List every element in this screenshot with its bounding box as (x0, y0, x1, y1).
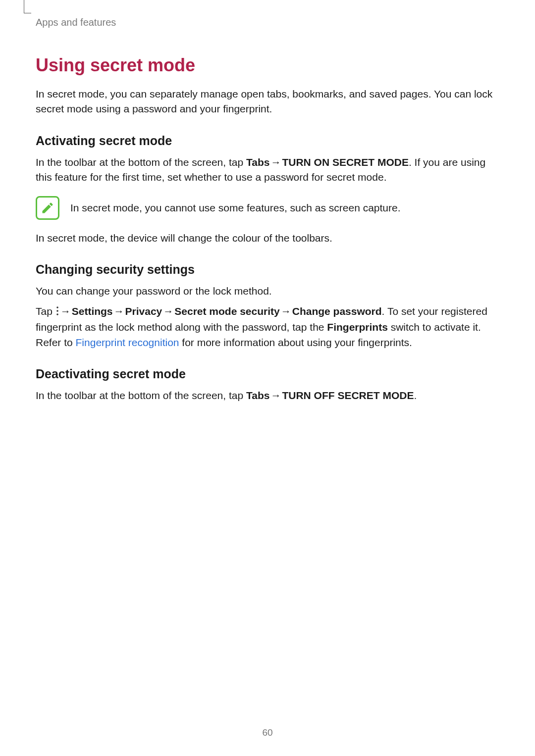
label-turn-off-secret-mode: TURN OFF SECRET MODE (282, 390, 414, 401)
pencil-icon (41, 201, 54, 215)
svg-point-0 (56, 306, 58, 308)
label-turn-on-secret-mode: TURN ON SECRET MODE (282, 156, 409, 168)
text: Tap (36, 305, 55, 317)
more-options-icon (55, 305, 59, 320)
label-privacy: Privacy (125, 305, 162, 317)
activating-paragraph-2: In secret mode, the device will change t… (36, 231, 499, 246)
activating-paragraph-1: In the toolbar at the bottom of the scre… (36, 155, 499, 185)
page: Apps and features Using secret mode In s… (0, 0, 535, 756)
changing-paragraph-2: Tap → Settings → Privacy → Secret mode s… (36, 304, 499, 350)
arrow-icon: → (280, 304, 292, 319)
note-text: In secret mode, you cannot use some feat… (70, 201, 499, 215)
note-icon (36, 196, 59, 220)
text: for more information about using your fi… (179, 337, 412, 348)
heading-deactivating: Deactivating secret mode (36, 367, 499, 381)
label-settings: Settings (72, 305, 113, 317)
arrow-icon: → (162, 304, 174, 319)
label-tabs: Tabs (246, 390, 269, 401)
text: In the toolbar at the bottom of the scre… (36, 390, 246, 401)
label-secret-mode-security: Secret mode security (174, 305, 279, 317)
label-fingerprints: Fingerprints (327, 321, 388, 333)
link-fingerprint-recognition[interactable]: Fingerprint recognition (76, 337, 179, 348)
heading-activating: Activating secret mode (36, 134, 499, 148)
label-tabs: Tabs (246, 156, 269, 168)
deactivating-paragraph-1: In the toolbar at the bottom of the scre… (36, 388, 499, 403)
crop-mark-icon (24, 0, 31, 13)
intro-paragraph: In secret mode, you can separately manag… (36, 87, 499, 117)
arrow-icon: → (269, 388, 282, 403)
note-callout: In secret mode, you cannot use some feat… (36, 196, 499, 220)
breadcrumb: Apps and features (36, 17, 499, 28)
arrow-icon: → (59, 304, 72, 319)
arrow-icon: → (113, 304, 125, 319)
page-number: 60 (0, 727, 535, 738)
text: In the toolbar at the bottom of the scre… (36, 156, 246, 168)
svg-point-1 (56, 310, 58, 312)
text: . (414, 390, 417, 401)
label-change-password: Change password (292, 305, 382, 317)
changing-paragraph-1: You can change your password or the lock… (36, 284, 499, 299)
svg-point-2 (56, 313, 58, 315)
arrow-icon: → (269, 155, 282, 170)
heading-changing: Changing security settings (36, 262, 499, 277)
page-title: Using secret mode (36, 55, 499, 76)
